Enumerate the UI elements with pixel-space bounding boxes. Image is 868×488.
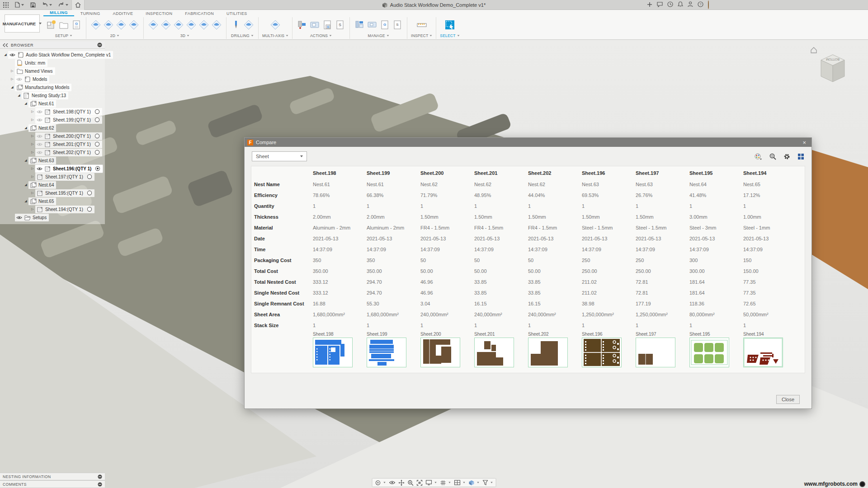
close-button[interactable]: Close bbox=[776, 395, 800, 404]
add-icon[interactable] bbox=[647, 1, 652, 9]
zoom-magnifier-icon[interactable] bbox=[769, 153, 776, 160]
gcode-doc-icon[interactable]: G bbox=[71, 18, 82, 32]
adaptive-icon[interactable] bbox=[147, 18, 159, 32]
tree-item[interactable]: ◢Audio Stack Workflow Demo_Complete v1 bbox=[1, 51, 105, 59]
tree-item[interactable]: ▷Models bbox=[1, 75, 105, 83]
doc-g-icon[interactable]: G bbox=[379, 18, 391, 32]
face-mill-icon[interactable] bbox=[90, 18, 102, 32]
tree-item[interactable]: ▷Sheet.201:(QTY 1) bbox=[1, 140, 105, 148]
comments-panel[interactable]: COMMENTS bbox=[0, 480, 105, 488]
radio-icon[interactable] bbox=[94, 109, 100, 114]
tree-item[interactable]: ◢Nest.65 bbox=[1, 197, 105, 205]
tree-item[interactable]: ▷Sheet.196:(QTY 1) bbox=[1, 164, 105, 173]
panel-options-icon[interactable] bbox=[98, 482, 102, 487]
zoom-icon[interactable] bbox=[408, 480, 414, 486]
apps-grid-icon[interactable] bbox=[0, 0, 12, 10]
folder-icon[interactable] bbox=[58, 18, 70, 32]
palette-icon[interactable] bbox=[755, 153, 762, 160]
viewports-icon[interactable] bbox=[454, 480, 466, 485]
visibility-eye-icon[interactable] bbox=[37, 142, 42, 146]
tab-additive[interactable]: ADDITIVE bbox=[107, 11, 140, 16]
visibility-eye-icon[interactable] bbox=[9, 53, 15, 57]
ribbon-group-label[interactable]: 2D bbox=[110, 33, 119, 38]
tree-item[interactable]: ▷Sheet.197:(QTY 1) bbox=[1, 173, 105, 181]
avatar-icon[interactable] bbox=[708, 1, 709, 9]
grid-settings-icon[interactable] bbox=[440, 480, 451, 486]
expand-closed-icon[interactable]: ▷ bbox=[30, 150, 35, 154]
tool-library-icon[interactable] bbox=[354, 18, 365, 32]
expand-closed-icon[interactable]: ▷ bbox=[30, 167, 35, 170]
visibility-eye-icon[interactable] bbox=[37, 110, 42, 114]
collapse-panel-icon[interactable] bbox=[3, 43, 8, 47]
bell-icon[interactable] bbox=[678, 1, 683, 9]
expand-open-icon[interactable]: ◢ bbox=[23, 102, 28, 105]
sheet-thumbnail[interactable]: Sheet.201 bbox=[472, 332, 525, 369]
panel-options-icon[interactable] bbox=[98, 474, 102, 479]
sheet-thumbnail[interactable]: Sheet.197 bbox=[633, 332, 687, 369]
tree-item[interactable]: ◢Nesting Study:13 bbox=[1, 91, 105, 99]
clock-icon[interactable] bbox=[667, 1, 673, 9]
tree-item[interactable]: ▷Named Views bbox=[1, 67, 105, 75]
ribbon-group-label[interactable]: INSPECT bbox=[411, 33, 432, 38]
compare-mode-select[interactable]: Sheet bbox=[252, 151, 307, 161]
expand-closed-icon[interactable]: ▷ bbox=[30, 175, 35, 178]
tree-item[interactable]: Units: mm bbox=[1, 59, 105, 67]
tree-item[interactable]: ▷Sheet.198:(QTY 1) bbox=[1, 108, 105, 116]
pocket-2d-icon[interactable] bbox=[103, 18, 114, 32]
radio-icon[interactable] bbox=[94, 133, 100, 139]
panel-options-icon[interactable] bbox=[97, 42, 102, 47]
measure-icon[interactable] bbox=[416, 18, 428, 32]
expand-closed-icon[interactable]: ▷ bbox=[30, 118, 35, 122]
radio-icon[interactable] bbox=[87, 206, 92, 212]
bore-icon[interactable] bbox=[243, 18, 255, 32]
expand-open-icon[interactable]: ◢ bbox=[23, 199, 28, 203]
sheet-thumbnail[interactable]: Sheet.195 bbox=[687, 332, 741, 369]
parallel-icon[interactable] bbox=[173, 18, 184, 32]
nesting-information-panel[interactable]: NESTING INFORMATION bbox=[0, 473, 105, 480]
tree-item[interactable]: ◢Nest.61 bbox=[1, 99, 105, 108]
viewcube[interactable]: BOTTOM bbox=[809, 44, 850, 85]
undo-icon[interactable] bbox=[39, 0, 55, 10]
expand-open-icon[interactable]: ◢ bbox=[23, 126, 28, 130]
ribbon-group-label[interactable]: MANAGE bbox=[368, 33, 389, 38]
ribbon-group-label[interactable]: ACTIONS bbox=[310, 33, 332, 38]
tree-item[interactable]: ▷Sheet.195:(QTY 1) bbox=[1, 189, 105, 197]
tree-item[interactable]: ◢Nest.64 bbox=[1, 181, 105, 189]
sheet-thumbnail[interactable]: Sheet.198 bbox=[310, 332, 364, 369]
ribbon-group-label[interactable]: SETUP bbox=[55, 33, 72, 38]
tree-item[interactable]: ▷Sheet.194:(QTY 1) bbox=[1, 205, 105, 213]
expand-closed-icon[interactable]: ▷ bbox=[30, 191, 35, 195]
radio-icon[interactable] bbox=[94, 150, 100, 155]
expand-closed-icon[interactable]: ▷ bbox=[30, 134, 35, 138]
visibility-eye-icon[interactable] bbox=[37, 150, 42, 155]
contour-2d-icon[interactable] bbox=[115, 18, 127, 32]
ribbon-group-label[interactable]: SELECT bbox=[440, 33, 459, 38]
fit-icon[interactable] bbox=[417, 480, 423, 486]
tab-fabrication[interactable]: FABRICATION bbox=[179, 11, 220, 16]
expand-open-icon[interactable]: ◢ bbox=[9, 85, 15, 89]
visibility-eye-icon[interactable] bbox=[37, 134, 42, 138]
visibility-eye-icon[interactable] bbox=[16, 77, 22, 81]
grid-view-icon[interactable] bbox=[797, 153, 804, 160]
radio-icon[interactable] bbox=[94, 117, 100, 122]
ribbon-group-label[interactable]: 3D bbox=[180, 33, 189, 38]
machine-library-icon[interactable] bbox=[366, 18, 378, 32]
pocket-3d-icon[interactable] bbox=[160, 18, 172, 32]
swarf-icon[interactable] bbox=[269, 18, 281, 32]
radio-icon[interactable] bbox=[87, 174, 92, 179]
expand-closed-icon[interactable]: ▷ bbox=[30, 207, 35, 211]
pan-icon[interactable] bbox=[399, 480, 405, 486]
visibility-eye-icon[interactable] bbox=[37, 118, 42, 122]
morph-icon[interactable] bbox=[211, 18, 222, 32]
radio-icon[interactable] bbox=[94, 141, 100, 147]
drill-icon[interactable] bbox=[230, 18, 242, 32]
user-icon[interactable] bbox=[688, 1, 693, 9]
simulate-icon[interactable] bbox=[296, 18, 308, 32]
setup-new-icon[interactable] bbox=[45, 18, 57, 32]
sheet-thumbnail[interactable]: Sheet.199 bbox=[364, 332, 418, 369]
ribbon-group-label[interactable]: DRILLING bbox=[231, 33, 254, 38]
display-settings-icon[interactable] bbox=[426, 480, 437, 485]
tree-item[interactable]: Setups bbox=[1, 213, 105, 221]
tree-item[interactable]: ◢Manufacturing Models bbox=[1, 83, 105, 91]
select-icon[interactable] bbox=[444, 18, 456, 32]
